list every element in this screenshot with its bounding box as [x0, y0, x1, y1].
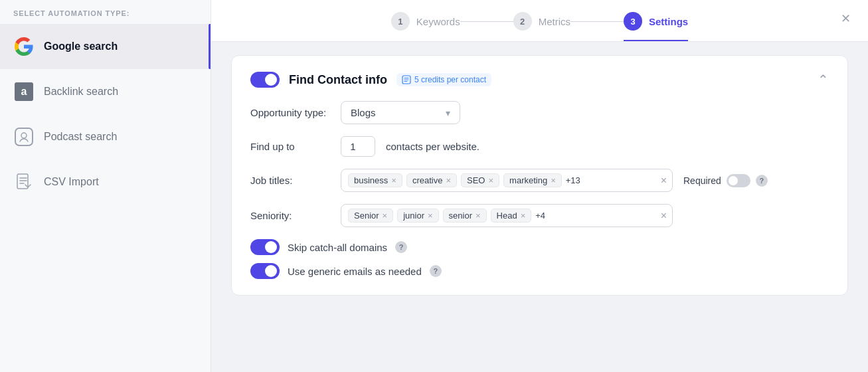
opportunity-type-label: Opportunity type:	[250, 107, 330, 118]
skip-catchall-toggle[interactable]	[250, 239, 280, 255]
step-3[interactable]: 3 Settings	[624, 12, 688, 41]
sidebar-item-backlink-search[interactable]: a Backlink search	[0, 69, 211, 114]
contacts-per-website-text: contacts per website.	[386, 141, 479, 152]
svg-rect-0	[15, 128, 33, 145]
use-generic-emails-help-icon[interactable]: ?	[430, 265, 442, 277]
remove-marketing-tag[interactable]: ×	[551, 175, 556, 185]
remove-senior2-tag[interactable]: ×	[476, 211, 481, 221]
tag-seo: SEO ×	[461, 173, 499, 187]
find-up-to-label: Find up to	[250, 141, 330, 152]
skip-catchall-row: Skip catch-all domains ?	[250, 239, 829, 255]
main-content: 1 Keywords 2 Metrics 3 Settings	[211, 0, 868, 372]
find-up-to-input[interactable]	[341, 136, 375, 157]
card-header: Find Contact info 5 credits per contact …	[250, 72, 829, 88]
sidebar-label-csv-import: CSV Import	[44, 176, 99, 188]
use-generic-emails-toggle[interactable]	[250, 263, 280, 279]
steps-container: 1 Keywords 2 Metrics 3 Settings	[391, 12, 688, 41]
tag-marketing: marketing ×	[503, 173, 562, 187]
wizard-nav: 1 Keywords 2 Metrics 3 Settings	[211, 0, 868, 42]
skip-catchall-help-icon[interactable]: ?	[395, 241, 407, 253]
job-titles-more: +13	[566, 175, 580, 185]
settings-card: Find Contact info 5 credits per contact …	[231, 55, 848, 296]
remove-senior-tag[interactable]: ×	[383, 211, 388, 221]
bottom-toggles: Skip catch-all domains ? Use generic ema…	[250, 239, 829, 279]
svg-rect-2	[17, 174, 28, 189]
seniority-row: Seniority: Senior × junior × senior ×	[250, 204, 829, 227]
step-3-underline	[624, 40, 688, 41]
seniority-more: +4	[535, 211, 545, 221]
clear-job-titles[interactable]: ×	[661, 175, 667, 187]
chevron-down-icon: ▾	[446, 108, 450, 118]
tag-senior: Senior ×	[348, 209, 393, 223]
skip-catchall-label: Skip catch-all domains	[288, 242, 387, 253]
sidebar-header: SELECT AUTOMATION TYPE:	[0, 0, 211, 24]
sidebar-label-podcast-search: Podcast search	[44, 131, 117, 143]
remove-creative-tag[interactable]: ×	[446, 175, 451, 185]
seniority-input[interactable]: Senior × junior × senior × Head ×	[341, 204, 673, 227]
close-icon: ✕	[841, 11, 851, 26]
opportunity-type-select[interactable]: Blogs ▾	[341, 101, 460, 124]
find-up-to-row: Find up to contacts per website.	[250, 136, 829, 157]
tag-junior: junior ×	[397, 209, 438, 223]
google-icon	[13, 36, 35, 57]
remove-junior-tag[interactable]: ×	[428, 211, 433, 221]
step-1[interactable]: 1 Keywords	[391, 12, 460, 41]
step-2-number: 2	[513, 12, 532, 31]
close-button[interactable]: ✕	[836, 9, 855, 28]
seniority-label: Seniority:	[250, 210, 330, 221]
opportunity-type-value: Blogs	[351, 107, 376, 118]
csv-icon	[13, 171, 35, 193]
step-1-underline	[391, 40, 460, 41]
step-2-label: Metrics	[539, 16, 570, 27]
step-3-label: Settings	[649, 16, 688, 27]
credits-badge: 5 credits per contact	[396, 73, 491, 86]
credits-text: 5 credits per contact	[414, 75, 486, 84]
step-connector-1-2	[460, 21, 513, 22]
remove-business-tag[interactable]: ×	[391, 175, 396, 185]
content-area: Find Contact info 5 credits per contact …	[211, 42, 868, 372]
remove-seo-tag[interactable]: ×	[489, 175, 494, 185]
svg-point-1	[21, 133, 27, 138]
step-2-underline	[513, 40, 570, 41]
required-label: Required	[683, 175, 721, 186]
card-header-left: Find Contact info 5 credits per contact	[250, 72, 491, 88]
step-connector-2-3	[570, 21, 624, 22]
sidebar-item-csv-import[interactable]: CSV Import	[0, 159, 211, 205]
remove-head-tag[interactable]: ×	[521, 211, 526, 221]
required-help-icon[interactable]: ?	[756, 175, 768, 187]
sidebar-label-google-search: Google search	[44, 41, 118, 52]
step-1-label: Keywords	[416, 16, 460, 27]
step-1-number: 1	[391, 12, 410, 31]
podcast-icon	[13, 126, 35, 147]
sidebar-item-google-search[interactable]: Google search	[0, 24, 211, 69]
collapse-button[interactable]: ⌃	[818, 72, 829, 88]
use-generic-emails-row: Use generic emails as needed ?	[250, 263, 829, 279]
sidebar-label-backlink-search: Backlink search	[44, 86, 118, 98]
tag-senior-2: senior ×	[443, 209, 487, 223]
job-titles-input[interactable]: business × creative × SEO × marketing ×	[341, 169, 673, 192]
tag-creative: creative ×	[406, 173, 457, 187]
sidebar-item-podcast-search[interactable]: Podcast search	[0, 114, 211, 159]
clear-seniority[interactable]: ×	[661, 210, 667, 222]
job-titles-label: Job titles:	[250, 175, 330, 186]
sidebar: SELECT AUTOMATION TYPE: Google search a …	[0, 0, 211, 372]
job-titles-row: Job titles: business × creative × SEO ×	[250, 169, 829, 192]
required-group: Required ?	[683, 174, 768, 187]
use-generic-emails-label: Use generic emails as needed	[288, 266, 422, 277]
required-toggle[interactable]	[727, 174, 750, 187]
opportunity-type-row: Opportunity type: Blogs ▾	[250, 101, 829, 124]
tag-head: Head ×	[491, 209, 532, 223]
card-title: Find Contact info	[289, 73, 387, 87]
credits-icon	[402, 75, 411, 84]
step-3-number: 3	[624, 12, 642, 31]
tag-business: business ×	[348, 173, 402, 187]
step-2[interactable]: 2 Metrics	[513, 12, 570, 41]
backlink-icon: a	[13, 81, 35, 102]
find-contact-toggle[interactable]	[250, 72, 280, 88]
